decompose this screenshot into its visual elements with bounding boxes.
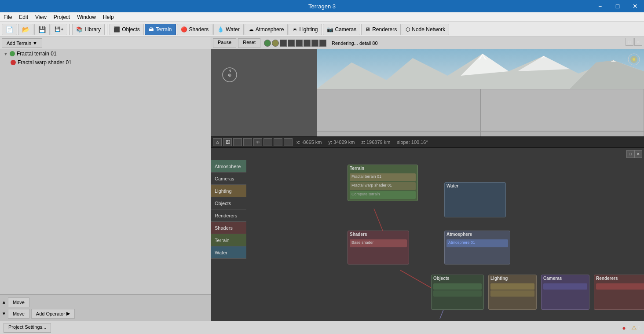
menu-file[interactable]: File (0, 12, 15, 22)
vp-btn-5[interactable]: 👁 (253, 138, 262, 146)
fractal-warp-item[interactable]: Fractal warp shader 01 (0, 58, 211, 67)
renderers-button[interactable]: 🖥 Renderers (361, 24, 401, 35)
node-lighting-content (489, 282, 536, 308)
render-view-btn3[interactable] (280, 40, 287, 47)
menu-project[interactable]: Project (50, 12, 73, 22)
node-network-button[interactable]: ⬡ Node Network (402, 24, 449, 35)
node-cameras[interactable]: Cameras (541, 275, 589, 310)
mountain-view (317, 49, 644, 89)
sidebar-item-shaders[interactable]: Shaders (211, 222, 246, 234)
node-cameras-content (542, 282, 589, 308)
save-icon: 💾 (38, 26, 46, 33)
render-view-btn4[interactable] (288, 40, 295, 47)
sidebar-item-atmosphere[interactable]: Atmosphere (211, 160, 246, 173)
open-button[interactable]: 📂 (18, 24, 33, 35)
node-close-button[interactable]: ✕ (634, 150, 642, 158)
add-terrain-button[interactable]: Add Terrain ▼ (2, 38, 42, 48)
coord-z: z: 196879 km (359, 139, 393, 145)
node-renderers[interactable]: Renderers (594, 275, 644, 310)
project-settings-button[interactable]: Project Settings... (4, 323, 51, 333)
fractal-terrain-label: Fractal terrain 01 (17, 51, 57, 57)
terrain-button[interactable]: 🏔 Terrain (145, 24, 176, 35)
render-view-btn2[interactable] (272, 40, 279, 47)
terrain-tree: ▼ Fractal terrain 01 Fractal warp shader… (0, 49, 211, 67)
move-down-button[interactable]: Move (8, 309, 29, 319)
menu-edit[interactable]: Edit (15, 12, 32, 22)
sidebar-item-lighting[interactable]: Lighting (211, 185, 246, 197)
move-up-button[interactable]: Move (8, 297, 29, 307)
library-button[interactable]: 📚 Library (72, 24, 105, 35)
objects-button[interactable]: ⬛ Objects (110, 24, 144, 35)
fractal-terrain-item[interactable]: ▼ Fractal terrain 01 (0, 49, 211, 58)
node-toolbar: □ ✕ (211, 148, 644, 160)
fractal-warp-label: Fractal warp shader 01 (18, 59, 72, 66)
node-atmosphere[interactable]: Atmosphere Atmosphere 01 (444, 231, 510, 264)
render-view-btn7[interactable] (311, 40, 318, 47)
render-close-button[interactable]: ✕ (634, 38, 642, 46)
sidebar-item-terrain[interactable]: Terrain (211, 234, 246, 246)
vp-btn-3[interactable] (233, 138, 242, 146)
new-icon: 📄 (6, 26, 13, 33)
save-button[interactable]: 💾 (34, 24, 50, 35)
sun-compass[interactable] (627, 53, 640, 66)
sidebar-item-water[interactable]: Water (211, 246, 246, 259)
saveas-button[interactable]: 💾+ (51, 24, 67, 35)
new-button[interactable]: 📄 (2, 24, 17, 35)
open-icon: 📂 (22, 26, 29, 33)
render-expand-button[interactable]: □ (626, 38, 633, 46)
titlebar: Terragen 3 − □ ✕ (0, 0, 644, 12)
render-view-btn5[interactable] (296, 40, 303, 47)
vp-btn-8[interactable] (284, 138, 293, 146)
node-lighting[interactable]: Lighting (488, 275, 537, 310)
terrain-icon: 🏔 (149, 26, 154, 33)
shaders-button[interactable]: 🔴 Shaders (177, 24, 213, 35)
pause-button[interactable]: Pause (213, 38, 236, 48)
app-title: Terragen 3 (308, 3, 336, 10)
node-canvas: Terrain Fractal terrain 01 Fractal warp … (246, 160, 644, 321)
sidebar-item-objects[interactable]: Objects (211, 197, 246, 209)
sidebar-item-renderers[interactable]: Renderers (211, 209, 246, 222)
node-objects[interactable]: Objects (431, 275, 484, 310)
sidebar-item-cameras[interactable]: Cameras (211, 173, 246, 185)
sep2 (107, 24, 107, 35)
menu-window[interactable]: Window (73, 12, 99, 22)
node-atmosphere-content: Atmosphere 01 (445, 238, 510, 264)
menubar: File Edit View Project Window Help (0, 12, 644, 22)
lighting-button[interactable]: ☀ Lighting (289, 24, 322, 35)
render-view-btn6[interactable] (304, 40, 311, 47)
minimize-button[interactable]: − (591, 0, 609, 12)
coord-x: x: -8665 km (294, 139, 324, 145)
node-water[interactable]: Water (444, 182, 506, 217)
node-objects-header: Objects (432, 275, 483, 282)
vp-btn-4[interactable] (243, 138, 252, 146)
menu-help[interactable]: Help (99, 12, 117, 22)
node-expand-button[interactable]: □ (626, 150, 634, 158)
menu-view[interactable]: View (32, 12, 50, 22)
render-view-btn8[interactable] (319, 40, 326, 47)
cameras-button[interactable]: 📷 Cameras (323, 24, 361, 35)
grid-cell-tr (480, 89, 644, 131)
add-operator-button[interactable]: Add Operator ▶ (31, 309, 75, 319)
maximize-button[interactable]: □ (609, 0, 626, 12)
water-button[interactable]: 💧 Water (213, 24, 244, 35)
atmosphere-button[interactable]: ☁ Atmosphere (245, 24, 288, 35)
sep1 (70, 24, 70, 35)
node-shaders[interactable]: Shaders Base shader (348, 231, 409, 264)
node-cameras-header: Cameras (542, 275, 589, 282)
vp-btn-6[interactable] (263, 138, 272, 146)
lighting-icon: ☀ (293, 26, 297, 33)
node-lighting-header: Lighting (489, 275, 536, 282)
render-view-btn1[interactable] (264, 40, 271, 47)
vp-btn-pic[interactable]: 🖼 (223, 138, 232, 146)
navigation-compass[interactable]: ⊕ N (222, 67, 238, 83)
viewport-toolbar: ⌂ 🖼 👁 x: -8665 km y: 34029 km z: 196879 … (211, 136, 644, 148)
node-atmosphere-header: Atmosphere (445, 231, 510, 238)
library-icon: 📚 (76, 26, 83, 33)
vp-btn-home[interactable]: ⌂ (213, 138, 222, 146)
coord-slope: slope: 100.16° (394, 139, 430, 145)
reset-button[interactable]: Reset (238, 38, 260, 48)
op-panel: ▲ Move ▼ Move Add Operator ▶ (0, 294, 211, 321)
close-button[interactable]: ✕ (626, 0, 644, 12)
node-terrain[interactable]: Terrain Fractal terrain 01 Fractal warp … (348, 165, 418, 201)
vp-btn-7[interactable] (274, 138, 282, 146)
